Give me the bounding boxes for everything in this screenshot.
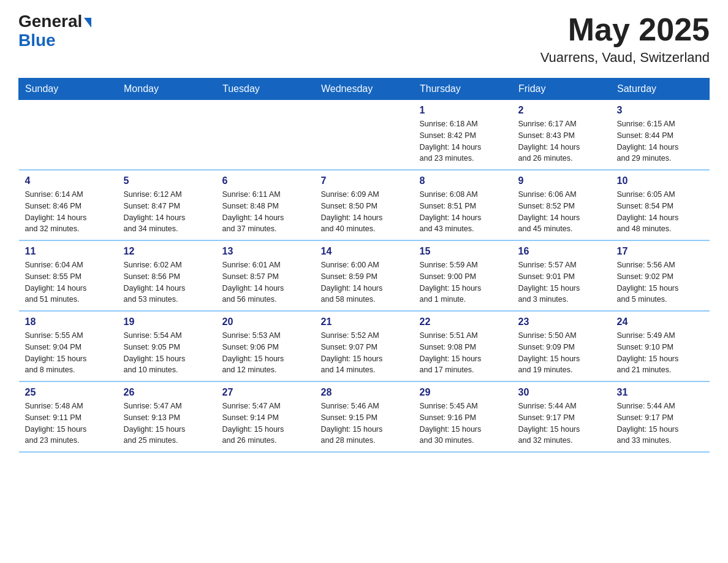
day-info: Sunrise: 5:48 AM Sunset: 9:11 PM Dayligh…: [25, 400, 112, 446]
calendar-cell: 26Sunrise: 5:47 AM Sunset: 9:13 PM Dayli…: [118, 381, 216, 452]
day-number: 28: [321, 387, 408, 398]
calendar-cell: 27Sunrise: 5:47 AM Sunset: 9:14 PM Dayli…: [216, 381, 315, 452]
weekday-header-monday: Monday: [118, 79, 216, 100]
weekday-header-thursday: Thursday: [414, 79, 512, 100]
day-info: Sunrise: 6:02 AM Sunset: 8:56 PM Dayligh…: [124, 259, 210, 305]
day-number: 23: [518, 316, 605, 327]
calendar-cell: 29Sunrise: 5:45 AM Sunset: 9:16 PM Dayli…: [414, 381, 512, 452]
day-info: Sunrise: 5:47 AM Sunset: 9:13 PM Dayligh…: [124, 400, 210, 446]
day-number: 2: [518, 105, 605, 116]
day-info: Sunrise: 5:45 AM Sunset: 9:16 PM Dayligh…: [420, 400, 506, 446]
day-info: Sunrise: 6:06 AM Sunset: 8:52 PM Dayligh…: [518, 189, 605, 235]
calendar-table: SundayMondayTuesdayWednesdayThursdayFrid…: [18, 78, 710, 453]
day-info: Sunrise: 6:09 AM Sunset: 8:50 PM Dayligh…: [321, 189, 408, 235]
calendar-cell: 25Sunrise: 5:48 AM Sunset: 9:11 PM Dayli…: [19, 381, 118, 452]
day-number: 9: [518, 175, 605, 186]
day-info: Sunrise: 5:49 AM Sunset: 9:10 PM Dayligh…: [617, 330, 703, 376]
day-number: 30: [518, 387, 605, 398]
day-info: Sunrise: 5:47 AM Sunset: 9:14 PM Dayligh…: [222, 400, 309, 446]
day-number: 24: [617, 316, 703, 327]
logo-general: General: [18, 12, 91, 31]
day-number: 6: [222, 175, 309, 186]
day-number: 15: [420, 246, 506, 257]
calendar-week-row: 1Sunrise: 6:18 AM Sunset: 8:42 PM Daylig…: [19, 100, 710, 170]
day-number: 21: [321, 316, 408, 327]
day-info: Sunrise: 6:08 AM Sunset: 8:51 PM Dayligh…: [420, 189, 506, 235]
day-number: 8: [420, 175, 506, 186]
day-number: 13: [222, 246, 309, 257]
day-info: Sunrise: 6:01 AM Sunset: 8:57 PM Dayligh…: [222, 259, 309, 305]
calendar-cell: 24Sunrise: 5:49 AM Sunset: 9:10 PM Dayli…: [611, 311, 710, 381]
day-info: Sunrise: 5:44 AM Sunset: 9:17 PM Dayligh…: [617, 400, 703, 446]
day-number: 14: [321, 246, 408, 257]
calendar-cell: [19, 100, 118, 170]
day-info: Sunrise: 6:11 AM Sunset: 8:48 PM Dayligh…: [222, 189, 309, 235]
day-info: Sunrise: 5:51 AM Sunset: 9:08 PM Dayligh…: [420, 330, 506, 376]
day-number: 22: [420, 316, 506, 327]
calendar-cell: 12Sunrise: 6:02 AM Sunset: 8:56 PM Dayli…: [118, 240, 216, 311]
day-info: Sunrise: 5:54 AM Sunset: 9:05 PM Dayligh…: [124, 330, 210, 376]
logo-blue: Blue: [18, 31, 56, 50]
day-info: Sunrise: 6:04 AM Sunset: 8:55 PM Dayligh…: [25, 259, 112, 305]
day-number: 25: [25, 387, 112, 398]
day-info: Sunrise: 5:55 AM Sunset: 9:04 PM Dayligh…: [25, 330, 112, 376]
day-number: 27: [222, 387, 309, 398]
day-info: Sunrise: 6:05 AM Sunset: 8:54 PM Dayligh…: [617, 189, 703, 235]
calendar-cell: 8Sunrise: 6:08 AM Sunset: 8:51 PM Daylig…: [414, 170, 512, 240]
calendar-cell: 31Sunrise: 5:44 AM Sunset: 9:17 PM Dayli…: [611, 381, 710, 452]
calendar-cell: 30Sunrise: 5:44 AM Sunset: 9:17 PM Dayli…: [512, 381, 611, 452]
day-number: 20: [222, 316, 309, 327]
day-number: 1: [420, 105, 506, 116]
day-number: 4: [25, 175, 112, 186]
calendar-cell: 10Sunrise: 6:05 AM Sunset: 8:54 PM Dayli…: [611, 170, 710, 240]
day-info: Sunrise: 5:56 AM Sunset: 9:02 PM Dayligh…: [617, 259, 703, 305]
day-info: Sunrise: 6:12 AM Sunset: 8:47 PM Dayligh…: [124, 189, 210, 235]
calendar-cell: [118, 100, 216, 170]
day-info: Sunrise: 6:00 AM Sunset: 8:59 PM Dayligh…: [321, 259, 408, 305]
day-info: Sunrise: 5:52 AM Sunset: 9:07 PM Dayligh…: [321, 330, 408, 376]
day-number: 17: [617, 246, 703, 257]
logo: General Blue: [18, 12, 91, 50]
weekday-header-tuesday: Tuesday: [216, 79, 315, 100]
day-number: 18: [25, 316, 112, 327]
day-info: Sunrise: 5:46 AM Sunset: 9:15 PM Dayligh…: [321, 400, 408, 446]
weekday-header-friday: Friday: [512, 79, 611, 100]
calendar-cell: 17Sunrise: 5:56 AM Sunset: 9:02 PM Dayli…: [611, 240, 710, 311]
calendar-week-row: 18Sunrise: 5:55 AM Sunset: 9:04 PM Dayli…: [19, 311, 710, 381]
calendar-cell: 9Sunrise: 6:06 AM Sunset: 8:52 PM Daylig…: [512, 170, 611, 240]
day-number: 10: [617, 175, 703, 186]
calendar-cell: 6Sunrise: 6:11 AM Sunset: 8:48 PM Daylig…: [216, 170, 315, 240]
day-info: Sunrise: 6:17 AM Sunset: 8:43 PM Dayligh…: [518, 118, 605, 164]
day-info: Sunrise: 5:50 AM Sunset: 9:09 PM Dayligh…: [518, 330, 605, 376]
calendar-cell: 20Sunrise: 5:53 AM Sunset: 9:06 PM Dayli…: [216, 311, 315, 381]
day-number: 5: [124, 175, 210, 186]
calendar-cell: 1Sunrise: 6:18 AM Sunset: 8:42 PM Daylig…: [414, 100, 512, 170]
day-number: 29: [420, 387, 506, 398]
calendar-week-row: 11Sunrise: 6:04 AM Sunset: 8:55 PM Dayli…: [19, 240, 710, 311]
weekday-header-saturday: Saturday: [611, 79, 710, 100]
day-number: 7: [321, 175, 408, 186]
calendar-cell: 16Sunrise: 5:57 AM Sunset: 9:01 PM Dayli…: [512, 240, 611, 311]
title-block: May 2025 Vuarrens, Vaud, Switzerland: [540, 12, 710, 66]
day-number: 16: [518, 246, 605, 257]
day-info: Sunrise: 6:15 AM Sunset: 8:44 PM Dayligh…: [617, 118, 703, 164]
day-number: 19: [124, 316, 210, 327]
day-number: 12: [124, 246, 210, 257]
day-number: 26: [124, 387, 210, 398]
calendar-cell: 23Sunrise: 5:50 AM Sunset: 9:09 PM Dayli…: [512, 311, 611, 381]
calendar-cell: 28Sunrise: 5:46 AM Sunset: 9:15 PM Dayli…: [315, 381, 414, 452]
day-info: Sunrise: 5:59 AM Sunset: 9:00 PM Dayligh…: [420, 259, 506, 305]
calendar-cell: 11Sunrise: 6:04 AM Sunset: 8:55 PM Dayli…: [19, 240, 118, 311]
location: Vuarrens, Vaud, Switzerland: [540, 50, 710, 66]
day-number: 31: [617, 387, 703, 398]
calendar-cell: 3Sunrise: 6:15 AM Sunset: 8:44 PM Daylig…: [611, 100, 710, 170]
calendar-cell: 18Sunrise: 5:55 AM Sunset: 9:04 PM Dayli…: [19, 311, 118, 381]
day-info: Sunrise: 5:57 AM Sunset: 9:01 PM Dayligh…: [518, 259, 605, 305]
calendar-cell: 15Sunrise: 5:59 AM Sunset: 9:00 PM Dayli…: [414, 240, 512, 311]
calendar-cell: 14Sunrise: 6:00 AM Sunset: 8:59 PM Dayli…: [315, 240, 414, 311]
calendar-cell: [216, 100, 315, 170]
calendar-cell: 13Sunrise: 6:01 AM Sunset: 8:57 PM Dayli…: [216, 240, 315, 311]
day-number: 11: [25, 246, 112, 257]
calendar-cell: [315, 100, 414, 170]
calendar-week-row: 4Sunrise: 6:14 AM Sunset: 8:46 PM Daylig…: [19, 170, 710, 240]
